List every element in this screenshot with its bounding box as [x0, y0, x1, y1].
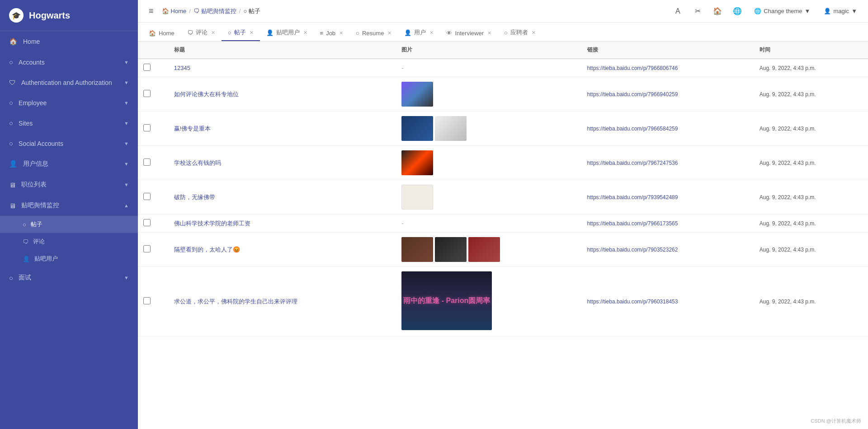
tab-resume[interactable]: ○ Resume ✕: [349, 26, 398, 41]
interview-chevron: ▼: [124, 275, 129, 280]
post-url[interactable]: https://tieba.baidu.com/p/7967247536: [587, 160, 678, 166]
sidebar-item-userinfo[interactable]: 👤 用户信息 ▼: [0, 154, 138, 174]
post-url[interactable]: https://tieba.baidu.com/p/7939542489: [587, 194, 678, 201]
post-images-container: [401, 185, 576, 210]
post-url[interactable]: https://tieba.baidu.com/p/7966940259: [587, 91, 678, 98]
employee-icon: ○: [9, 99, 13, 107]
breadcrumb-current-icon: ○: [243, 8, 247, 14]
table-row: 学校这么有钱的吗 https://tieba.baidu.com/p/79672…: [138, 146, 868, 180]
sidebar-item-accounts[interactable]: ○ Accounts ▼: [0, 52, 138, 72]
tab-job[interactable]: ≡ Job ✕: [314, 26, 350, 41]
sidebar-item-interview[interactable]: ○ 面试 ▼: [0, 267, 138, 288]
sidebar-sub-tieba-users-label: 贴吧用户: [34, 255, 58, 263]
sidebar-sub-item-comments[interactable]: 🗨 评论: [0, 233, 138, 250]
tab-applicant[interactable]: ○ 应聘者 ✕: [498, 25, 542, 41]
topbar-actions: A ✂ 🏠 🌐 🌐 Change theme ▼ 👤 magic ▼: [671, 5, 861, 18]
sidebar-item-auth[interactable]: 🛡 Authentication and Authorization ▼: [0, 72, 138, 93]
sidebar-item-tieba[interactable]: 🖥 贴吧舆情监控 ▲: [0, 195, 138, 216]
row-checkbox[interactable]: [143, 297, 151, 304]
tab-applicant-close[interactable]: ✕: [532, 30, 536, 36]
sidebar-sub-item-tieba-users[interactable]: 👤 贴吧用户: [0, 250, 138, 267]
tab-interviewer[interactable]: 👁 Interviewer ✕: [440, 26, 498, 41]
post-date: Aug. 9, 2022, 4:43 p.m.: [760, 91, 816, 98]
post-title[interactable]: 12345: [174, 65, 190, 71]
sidebar-social-accounts-label: Social Accounts: [19, 140, 118, 147]
tab-posts-icon: ○: [228, 29, 231, 36]
row-checkbox[interactable]: [143, 193, 151, 200]
post-images-container: [401, 116, 576, 141]
post-title[interactable]: 赢!佛专是重本: [174, 125, 211, 132]
tab-posts-close[interactable]: ✕: [250, 30, 254, 36]
sidebar-item-employee[interactable]: ○ Employee ▼: [0, 93, 138, 113]
breadcrumb-tieba-icon: 🗨: [193, 8, 199, 14]
tab-job-label: Job: [326, 30, 335, 37]
sidebar-sub-item-posts[interactable]: ○ 帖子: [0, 216, 138, 233]
sidebar-item-positions[interactable]: 🖥 职位列表 ▼: [0, 174, 138, 195]
posts-icon: ○: [23, 221, 26, 228]
row-checkbox[interactable]: [143, 219, 151, 226]
post-title[interactable]: 隔壁看到的，太哈人了😡: [174, 246, 240, 253]
tab-tieba-users-close[interactable]: ✕: [303, 30, 307, 36]
tab-interviewer-close[interactable]: ✕: [487, 30, 491, 36]
font-size-button[interactable]: A: [671, 5, 684, 18]
row-checkbox[interactable]: [143, 64, 151, 71]
post-title[interactable]: 破防，无缘佛带: [174, 194, 215, 201]
tab-resume-icon: ○: [356, 30, 359, 37]
post-thumb: [468, 237, 500, 262]
tab-posts[interactable]: ○ 帖子 ✕: [222, 25, 260, 41]
theme-chevron-icon: ▼: [805, 8, 811, 14]
post-title[interactable]: 佛山科学技术学院的老师工资: [174, 220, 250, 227]
breadcrumb-home-icon: 🏠: [162, 8, 169, 14]
tab-tieba-users[interactable]: 👤 贴吧用户 ✕: [260, 25, 314, 41]
cut-icon-button[interactable]: ✂: [691, 5, 704, 18]
tab-users-close[interactable]: ✕: [429, 30, 434, 36]
tab-comments-icon: 🗨: [187, 29, 193, 36]
post-title[interactable]: 求公道，求公平，佛科院的学生自己出来评评理: [174, 298, 297, 305]
user-label: magic: [833, 8, 849, 14]
sidebar-item-home[interactable]: 🏠 Home: [0, 31, 138, 52]
post-url[interactable]: https://tieba.baidu.com/p/7966584259: [587, 126, 678, 132]
main-panel: ≡ 🏠 Home / 🗨 贴吧舆情监控 / ○ 帖子 A ✂ 🏠 🌐 🌐: [138, 0, 868, 429]
table-row: 12345 - https://tieba.baidu.com/p/796680…: [138, 59, 868, 77]
sidebar-positions-label: 职位列表: [21, 181, 118, 189]
home-icon: 🏠: [9, 37, 18, 46]
theme-icon: 🌐: [754, 8, 761, 14]
row-checkbox[interactable]: [143, 245, 151, 252]
home-shortcut-button[interactable]: 🏠: [711, 5, 724, 18]
menu-toggle-button[interactable]: ≡: [145, 5, 157, 18]
sidebar-accounts-label: Accounts: [19, 59, 118, 66]
post-url[interactable]: https://tieba.baidu.com/p/7903523262: [587, 247, 678, 253]
sidebar-item-sites[interactable]: ○ Sites ▼: [0, 113, 138, 133]
tab-comments[interactable]: 🗨 评论 ✕: [181, 25, 222, 41]
userinfo-icon: 👤: [9, 160, 18, 168]
post-url[interactable]: https://tieba.baidu.com/p/7966806746: [587, 65, 678, 71]
breadcrumb-home[interactable]: 🏠 Home: [162, 8, 187, 14]
post-title[interactable]: 如何评论佛大在科专地位: [174, 91, 239, 98]
sidebar-home-label: Home: [23, 38, 129, 45]
tab-home[interactable]: 🏠 Home: [142, 26, 181, 41]
sidebar-item-social-accounts[interactable]: ○ Social Accounts ▼: [0, 133, 138, 154]
row-checkbox[interactable]: [143, 124, 151, 131]
tieba-chevron: ▲: [124, 203, 129, 208]
post-thumb: [401, 185, 433, 210]
tab-comments-close[interactable]: ✕: [211, 30, 215, 36]
tab-resume-close[interactable]: ✕: [387, 30, 392, 36]
post-images-dash: -: [401, 220, 403, 227]
post-url[interactable]: https://tieba.baidu.com/p/7960318453: [587, 298, 678, 305]
col-date: 时间: [754, 42, 868, 59]
change-theme-button[interactable]: 🌐 Change theme ▼: [750, 6, 814, 16]
row-checkbox[interactable]: [143, 90, 151, 97]
sidebar-sites-label: Sites: [19, 120, 118, 127]
tab-applicant-icon: ○: [504, 29, 508, 36]
row-checkbox[interactable]: [143, 159, 151, 166]
user-menu-button[interactable]: 👤 magic ▼: [820, 6, 861, 16]
tab-job-close[interactable]: ✕: [339, 30, 343, 36]
tab-home-label: Home: [159, 30, 175, 37]
post-title[interactable]: 学校这么有钱的吗: [174, 159, 221, 166]
breadcrumb-tieba[interactable]: 🗨 贴吧舆情监控: [193, 7, 236, 15]
globe-icon-button[interactable]: 🌐: [731, 5, 744, 18]
post-url[interactable]: https://tieba.baidu.com/p/7966173565: [587, 220, 678, 227]
tab-interviewer-icon: 👁: [446, 30, 452, 37]
table-row: 佛山科学技术学院的老师工资 - https://tieba.baidu.com/…: [138, 214, 868, 233]
tab-users[interactable]: 👤 用户 ✕: [398, 25, 440, 41]
